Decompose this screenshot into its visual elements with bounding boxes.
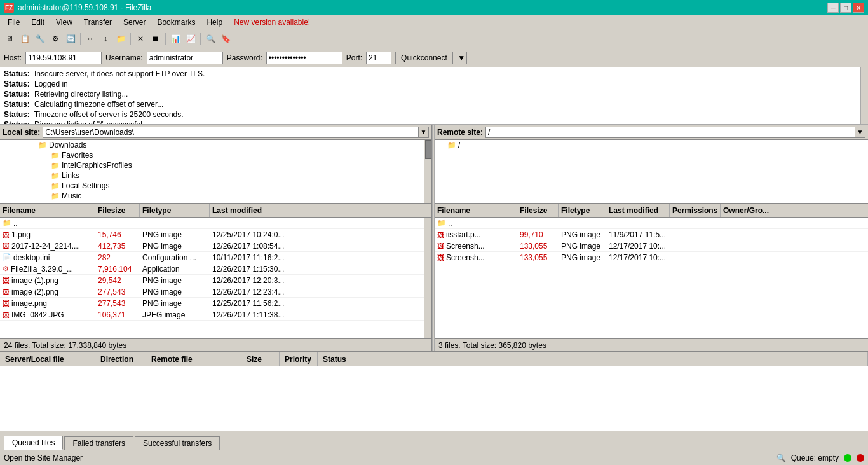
remote-cell-perms [670, 257, 721, 258]
transfer-col-server[interactable]: Server/Local file [0, 352, 95, 366]
toolbar-btn-10[interactable]: ⏹ [149, 32, 163, 46]
remote-cell-size: 133,055 [517, 253, 559, 263]
local-file-row-dotdot[interactable]: 📁 .. [0, 218, 431, 229]
local-file-row-5[interactable]: 🖼 image (1).png 29,542 PNG image 12/26/2… [0, 275, 431, 286]
remote-cell-type: PNG image [559, 230, 606, 240]
close-button[interactable]: ✕ [853, 3, 864, 13]
tree-item-links[interactable]: 📁 Links [0, 170, 431, 181]
folder-icon: 📁 [51, 162, 60, 170]
local-cell-type: PNG image [140, 275, 210, 286]
quickconnect-button[interactable]: Quickconnect [395, 52, 453, 64]
port-input[interactable] [366, 52, 391, 64]
local-file-row-7[interactable]: 🖼 image.png 277,543 PNG image 12/25/2017… [0, 298, 431, 309]
toolbar-btn-9[interactable]: ✕ [133, 32, 147, 46]
remote-file-list-body: 📁 .. 🖼 iisstart.p... [435, 218, 868, 338]
image-icon: 🖼 [437, 254, 444, 261]
local-file-row-8[interactable]: 🖼 IMG_0842.JPG 106,371 JPEG image 12/26/… [0, 309, 431, 321]
app-icon: FZ [4, 3, 14, 13]
local-tree-scrollbar[interactable] [424, 140, 431, 203]
tree-item-favorites[interactable]: 📁 Favorites [0, 150, 431, 160]
local-cell-size: 29,542 [95, 275, 140, 286]
toolbar-btn-13[interactable]: 🔍 [203, 32, 217, 46]
local-file-row-3[interactable]: 📄 desktop.ini 282 Configuration ... 10/1… [0, 252, 431, 263]
menu-help[interactable]: Help [201, 17, 227, 28]
remote-tree-scroll[interactable]: 📁 / [435, 140, 868, 203]
remote-path-dropdown[interactable]: ▼ [855, 127, 865, 138]
toolbar-btn-3[interactable]: 🔧 [33, 32, 47, 46]
local-file-row-1[interactable]: 🖼 1.png 15,746 PNG image 12/25/2017 10:2… [0, 229, 431, 240]
minimize-button[interactable]: ─ [827, 3, 839, 13]
remote-cell-modified [606, 223, 670, 224]
remote-file-row-3[interactable]: 🖼 Screensh... 133,055 PNG image 12/17/20… [435, 252, 868, 263]
tree-item-downloads[interactable]: 📁 Downloads [0, 140, 431, 150]
remote-col-filesize[interactable]: Filesize [517, 204, 559, 217]
tree-item-localsettings[interactable]: 📁 Local Settings [0, 181, 431, 191]
remote-col-modified[interactable]: Last modified [606, 204, 670, 217]
local-cell-size: 277,543 [95, 298, 140, 309]
transfer-col-status[interactable]: Status [318, 352, 868, 366]
toolbar-btn-4[interactable]: ⚙ [48, 32, 62, 46]
local-tree-scroll[interactable]: 📁 Downloads 📁 Favorites 📁 IntelGraphicsP… [0, 140, 431, 203]
host-input[interactable] [25, 52, 102, 64]
remote-col-filetype[interactable]: Filetype [559, 204, 606, 217]
toolbar-btn-14[interactable]: 🔖 [219, 32, 233, 46]
local-file-row-4[interactable]: ⚙ FileZilla_3.29.0_... 7,916,104 Applica… [0, 263, 431, 275]
quickconnect-dropdown[interactable]: ▼ [457, 52, 467, 64]
remote-col-owner[interactable]: Owner/Gro... [721, 204, 868, 217]
tab-queued-files[interactable]: Queued files [4, 436, 63, 450]
toolbar-btn-6[interactable]: ↔ [83, 32, 97, 46]
menu-bar: File Edit View Transfer Server Bookmarks… [0, 15, 868, 29]
transfer-col-size[interactable]: Size [241, 352, 280, 366]
menu-server[interactable]: Server [118, 17, 151, 28]
username-input[interactable] [147, 52, 223, 64]
menu-edit[interactable]: Edit [26, 17, 50, 28]
menu-bookmarks[interactable]: Bookmarks [152, 17, 200, 28]
toolbar-btn-5[interactable]: 🔄 [64, 32, 78, 46]
menu-file[interactable]: File [3, 17, 25, 28]
password-input[interactable] [266, 52, 342, 64]
status-scrollbar[interactable] [860, 67, 868, 124]
toolbar-btn-7[interactable]: ↕ [98, 32, 112, 46]
folder-icon: 📁 [51, 151, 60, 160]
local-col-modified[interactable]: Last modified [210, 204, 431, 217]
local-file-list-scrollbar[interactable] [424, 218, 431, 338]
toolbar-btn-8[interactable]: 📁 [114, 32, 128, 46]
tab-successful-transfers[interactable]: Successful transfers [135, 436, 220, 450]
local-col-filename[interactable]: Filename [0, 204, 95, 217]
tree-item-intel[interactable]: 📁 IntelGraphicsProfiles [0, 160, 431, 170]
local-cell-modified: 12/26/2017 12:20:3... [210, 275, 431, 286]
remote-col-filename[interactable]: Filename [435, 204, 517, 217]
image-icon: 🖼 [3, 311, 10, 319]
local-path-input[interactable] [43, 127, 419, 138]
maximize-button[interactable]: □ [840, 3, 851, 13]
port-label: Port: [346, 53, 362, 62]
transfer-col-remote[interactable]: Remote file [146, 352, 241, 366]
local-file-row-6[interactable]: 🖼 image (2).png 277,543 PNG image 12/26/… [0, 286, 431, 298]
menu-transfer[interactable]: Transfer [79, 17, 117, 28]
toolbar-sep-1 [80, 33, 81, 45]
transfer-col-priority[interactable]: Priority [280, 352, 318, 366]
toolbar-btn-2[interactable]: 📋 [18, 32, 32, 46]
remote-path-input[interactable] [485, 127, 855, 138]
local-panel: Local site: ▼ 📁 Downloads 📁 Favorites 📁 … [0, 125, 432, 351]
toolbar-btn-12[interactable]: 📈 [184, 32, 198, 46]
local-path-dropdown[interactable]: ▼ [419, 127, 429, 138]
toolbar-btn-11[interactable]: 📊 [168, 32, 182, 46]
tab-failed-transfers[interactable]: Failed transfers [64, 436, 133, 450]
remote-file-row-2[interactable]: 🖼 Screensh... 133,055 PNG image 12/17/20… [435, 240, 868, 252]
site-manager-btn[interactable]: 🖥 [3, 32, 17, 46]
remote-file-row-dotdot[interactable]: 📁 .. [435, 218, 868, 229]
transfer-col-direction[interactable]: Direction [95, 352, 146, 366]
tree-item-root[interactable]: 📁 / [435, 140, 868, 150]
remote-file-row-1[interactable]: 🖼 iisstart.p... 99,710 PNG image 11/9/20… [435, 229, 868, 240]
remote-col-permissions[interactable]: Permissions [670, 204, 721, 217]
remote-cell-type: PNG image [559, 241, 606, 251]
local-col-filetype[interactable]: Filetype [140, 204, 210, 217]
menu-view[interactable]: View [51, 17, 78, 28]
local-tree-scrollthumb [425, 140, 431, 159]
local-file-row-2[interactable]: 🖼 2017-12-24_2214.... 412,735 PNG image … [0, 240, 431, 252]
local-col-filesize[interactable]: Filesize [95, 204, 140, 217]
tree-item-music[interactable]: 📁 Music [0, 191, 431, 201]
username-label: Username: [105, 53, 143, 62]
local-cell-modified: 12/25/2017 10:24:0... [210, 230, 431, 240]
